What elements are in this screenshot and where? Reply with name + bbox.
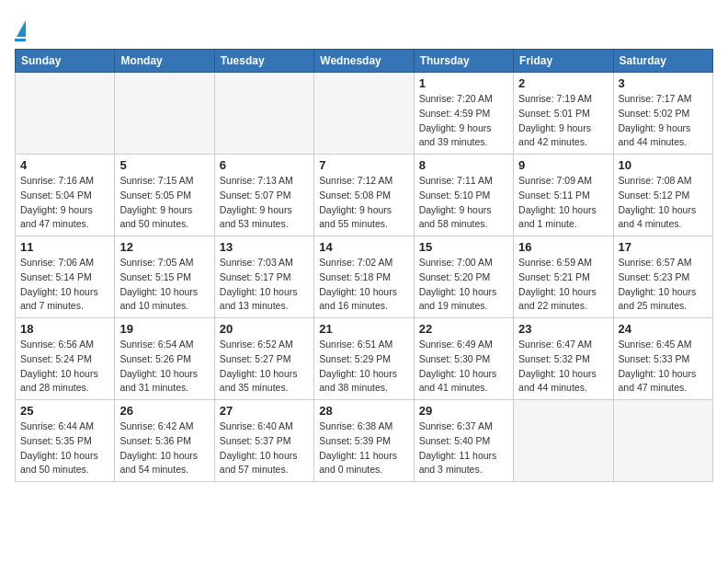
day-number: 15 <box>419 240 508 254</box>
day-number: 2 <box>518 76 608 90</box>
day-info: Sunrise: 6:56 AM Sunset: 5:24 PM Dayligh… <box>20 338 109 396</box>
week-row-1: 1Sunrise: 7:20 AM Sunset: 4:59 PM Daylig… <box>16 73 713 155</box>
column-header-wednesday: Wednesday <box>314 50 414 73</box>
day-info: Sunrise: 7:16 AM Sunset: 5:04 PM Dayligh… <box>20 174 109 232</box>
day-info: Sunrise: 6:45 AM Sunset: 5:33 PM Dayligh… <box>619 338 708 396</box>
day-info: Sunrise: 7:06 AM Sunset: 5:14 PM Dayligh… <box>20 256 109 314</box>
day-info: Sunrise: 7:17 AM Sunset: 5:02 PM Dayligh… <box>619 92 708 150</box>
calendar-header-row: SundayMondayTuesdayWednesdayThursdayFrid… <box>16 50 713 73</box>
calendar-cell: 22Sunrise: 6:49 AM Sunset: 5:30 PM Dayli… <box>414 318 513 400</box>
day-info: Sunrise: 6:57 AM Sunset: 5:23 PM Dayligh… <box>619 256 708 314</box>
calendar-cell: 25Sunrise: 6:44 AM Sunset: 5:35 PM Dayli… <box>16 400 115 482</box>
day-number: 29 <box>419 404 508 418</box>
logo-underline <box>15 39 26 41</box>
calendar-cell: 4Sunrise: 7:16 AM Sunset: 5:04 PM Daylig… <box>16 155 115 236</box>
column-header-tuesday: Tuesday <box>214 50 313 73</box>
day-info: Sunrise: 6:54 AM Sunset: 5:26 PM Dayligh… <box>119 338 209 396</box>
column-header-monday: Monday <box>115 50 214 73</box>
day-info: Sunrise: 7:11 AM Sunset: 5:10 PM Dayligh… <box>419 174 508 232</box>
day-number: 19 <box>119 322 209 336</box>
calendar-cell: 9Sunrise: 7:09 AM Sunset: 5:11 PM Daylig… <box>514 155 613 236</box>
calendar-cell: 2Sunrise: 7:19 AM Sunset: 5:01 PM Daylig… <box>514 73 613 155</box>
calendar-cell: 17Sunrise: 6:57 AM Sunset: 5:23 PM Dayli… <box>613 236 712 318</box>
week-row-2: 4Sunrise: 7:16 AM Sunset: 5:04 PM Daylig… <box>16 155 713 236</box>
logo-triangle-icon <box>17 20 26 37</box>
calendar-cell: 19Sunrise: 6:54 AM Sunset: 5:26 PM Dayli… <box>115 318 214 400</box>
day-info: Sunrise: 7:02 AM Sunset: 5:18 PM Dayligh… <box>319 256 408 314</box>
day-info: Sunrise: 6:49 AM Sunset: 5:30 PM Dayligh… <box>419 338 508 396</box>
column-header-friday: Friday <box>514 50 613 73</box>
column-header-sunday: Sunday <box>16 50 115 73</box>
day-info: Sunrise: 7:15 AM Sunset: 5:05 PM Dayligh… <box>119 174 209 232</box>
calendar-cell <box>514 400 613 482</box>
calendar-cell: 23Sunrise: 6:47 AM Sunset: 5:32 PM Dayli… <box>514 318 613 400</box>
day-number: 11 <box>20 240 109 254</box>
calendar-cell: 11Sunrise: 7:06 AM Sunset: 5:14 PM Dayli… <box>16 236 115 318</box>
day-number: 17 <box>619 240 708 254</box>
calendar-cell: 16Sunrise: 6:59 AM Sunset: 5:21 PM Dayli… <box>514 236 613 318</box>
calendar-cell: 24Sunrise: 6:45 AM Sunset: 5:33 PM Dayli… <box>613 318 712 400</box>
day-number: 13 <box>220 240 309 254</box>
day-info: Sunrise: 6:47 AM Sunset: 5:32 PM Dayligh… <box>518 338 608 396</box>
calendar-cell <box>613 400 712 482</box>
logo <box>15 18 26 41</box>
day-number: 14 <box>319 240 408 254</box>
day-info: Sunrise: 7:09 AM Sunset: 5:11 PM Dayligh… <box>518 174 608 232</box>
day-number: 1 <box>419 76 508 90</box>
day-number: 12 <box>119 240 209 254</box>
calendar-cell: 1Sunrise: 7:20 AM Sunset: 4:59 PM Daylig… <box>414 73 513 155</box>
calendar-cell <box>214 73 313 155</box>
calendar-cell: 18Sunrise: 6:56 AM Sunset: 5:24 PM Dayli… <box>16 318 115 400</box>
calendar-table: SundayMondayTuesdayWednesdayThursdayFrid… <box>15 49 713 482</box>
day-info: Sunrise: 6:44 AM Sunset: 5:35 PM Dayligh… <box>20 419 109 477</box>
day-info: Sunrise: 6:59 AM Sunset: 5:21 PM Dayligh… <box>518 256 608 314</box>
day-number: 18 <box>20 322 109 336</box>
day-info: Sunrise: 6:42 AM Sunset: 5:36 PM Dayligh… <box>119 419 209 477</box>
calendar-cell: 28Sunrise: 6:38 AM Sunset: 5:39 PM Dayli… <box>314 400 414 482</box>
calendar-cell: 14Sunrise: 7:02 AM Sunset: 5:18 PM Dayli… <box>314 236 414 318</box>
day-number: 25 <box>20 404 109 418</box>
day-number: 5 <box>119 158 209 172</box>
day-info: Sunrise: 6:37 AM Sunset: 5:40 PM Dayligh… <box>419 419 508 477</box>
day-info: Sunrise: 6:52 AM Sunset: 5:27 PM Dayligh… <box>220 338 309 396</box>
calendar-cell: 26Sunrise: 6:42 AM Sunset: 5:36 PM Dayli… <box>115 400 214 482</box>
day-number: 24 <box>619 322 708 336</box>
calendar-cell: 10Sunrise: 7:08 AM Sunset: 5:12 PM Dayli… <box>613 155 712 236</box>
calendar-cell: 27Sunrise: 6:40 AM Sunset: 5:37 PM Dayli… <box>214 400 313 482</box>
day-info: Sunrise: 7:05 AM Sunset: 5:15 PM Dayligh… <box>119 256 209 314</box>
calendar-cell: 12Sunrise: 7:05 AM Sunset: 5:15 PM Dayli… <box>115 236 214 318</box>
day-info: Sunrise: 6:40 AM Sunset: 5:37 PM Dayligh… <box>220 419 309 477</box>
day-info: Sunrise: 7:19 AM Sunset: 5:01 PM Dayligh… <box>518 92 608 150</box>
calendar-cell: 20Sunrise: 6:52 AM Sunset: 5:27 PM Dayli… <box>214 318 313 400</box>
calendar-cell: 29Sunrise: 6:37 AM Sunset: 5:40 PM Dayli… <box>414 400 513 482</box>
day-number: 27 <box>220 404 309 418</box>
page-header <box>15 15 713 41</box>
week-row-3: 11Sunrise: 7:06 AM Sunset: 5:14 PM Dayli… <box>16 236 713 318</box>
day-number: 26 <box>119 404 209 418</box>
day-number: 16 <box>518 240 608 254</box>
day-info: Sunrise: 7:20 AM Sunset: 4:59 PM Dayligh… <box>419 92 508 150</box>
calendar-cell: 6Sunrise: 7:13 AM Sunset: 5:07 PM Daylig… <box>214 155 313 236</box>
day-number: 7 <box>319 158 408 172</box>
day-info: Sunrise: 7:13 AM Sunset: 5:07 PM Dayligh… <box>220 174 309 232</box>
day-info: Sunrise: 7:08 AM Sunset: 5:12 PM Dayligh… <box>619 174 708 232</box>
day-number: 3 <box>619 76 708 90</box>
column-header-saturday: Saturday <box>613 50 712 73</box>
day-info: Sunrise: 6:51 AM Sunset: 5:29 PM Dayligh… <box>319 338 408 396</box>
day-info: Sunrise: 7:12 AM Sunset: 5:08 PM Dayligh… <box>319 174 408 232</box>
day-number: 21 <box>319 322 408 336</box>
day-number: 23 <box>518 322 608 336</box>
day-number: 28 <box>319 404 408 418</box>
calendar-cell: 21Sunrise: 6:51 AM Sunset: 5:29 PM Dayli… <box>314 318 414 400</box>
calendar-cell: 8Sunrise: 7:11 AM Sunset: 5:10 PM Daylig… <box>414 155 513 236</box>
day-number: 22 <box>419 322 508 336</box>
day-number: 4 <box>20 158 109 172</box>
calendar-cell <box>16 73 115 155</box>
week-row-4: 18Sunrise: 6:56 AM Sunset: 5:24 PM Dayli… <box>16 318 713 400</box>
day-info: Sunrise: 7:00 AM Sunset: 5:20 PM Dayligh… <box>419 256 508 314</box>
day-number: 10 <box>619 158 708 172</box>
calendar-cell: 5Sunrise: 7:15 AM Sunset: 5:05 PM Daylig… <box>115 155 214 236</box>
calendar-cell <box>314 73 414 155</box>
calendar-cell: 3Sunrise: 7:17 AM Sunset: 5:02 PM Daylig… <box>613 73 712 155</box>
day-number: 8 <box>419 158 508 172</box>
